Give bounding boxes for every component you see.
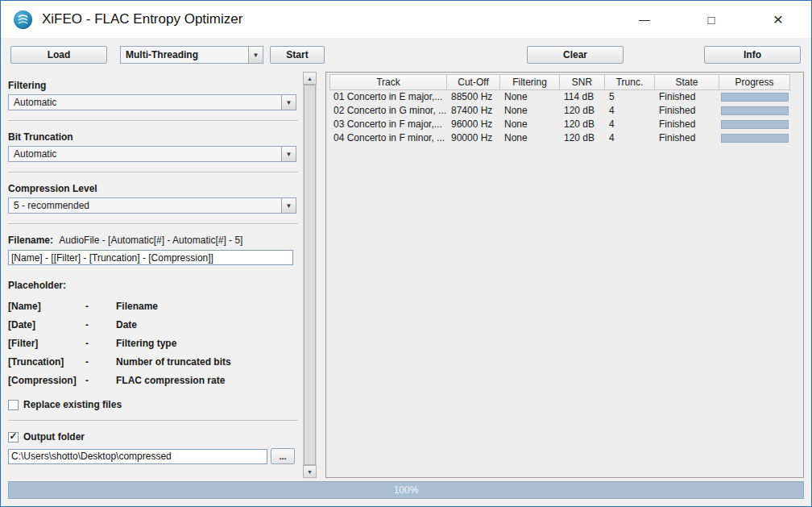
browse-button[interactable]: ... — [271, 448, 295, 464]
cell-progress — [719, 131, 790, 145]
placeholder-dash: - — [85, 301, 116, 312]
placeholder-desc: Filename — [116, 301, 298, 312]
replace-existing-checkbox[interactable]: ✓ — [8, 400, 19, 410]
clear-button[interactable]: Clear — [527, 46, 624, 64]
status-bar: 100% — [1, 478, 811, 506]
app-logo-icon — [13, 10, 33, 30]
track-progress-bar — [721, 134, 789, 143]
bit-truncation-select[interactable]: Automatic ▼ — [8, 146, 296, 162]
separator — [8, 223, 298, 225]
cell-filtering[interactable]: None — [500, 104, 560, 118]
cell-track[interactable]: 03 Concerto in F major,... — [329, 118, 447, 131]
separator — [8, 172, 298, 173]
output-path-input[interactable] — [8, 449, 267, 464]
track-progress-bar — [721, 120, 789, 129]
maximize-icon[interactable]: □ — [699, 7, 723, 31]
placeholder-key: [Name] — [8, 301, 85, 312]
cell-state[interactable]: Finished — [655, 104, 719, 118]
check-icon: ✓ — [9, 431, 17, 441]
placeholder-desc: FLAC compression rate — [116, 375, 298, 386]
placeholder-desc: Date — [116, 319, 298, 330]
placeholder-desc: Filtering type — [116, 338, 298, 349]
chevron-down-icon[interactable]: ▼ — [248, 47, 263, 63]
output-folder-label: Output folder — [23, 431, 85, 443]
placeholder-key: [Filter] — [8, 338, 85, 349]
compression-level-label: Compression Level — [8, 183, 298, 194]
cell-filtering[interactable]: None — [500, 90, 560, 104]
chevron-down-icon[interactable]: ▼ — [281, 147, 296, 161]
placeholder-key: [Truncation] — [8, 356, 85, 368]
window-title: XiFEO - FLAC Entropy Optimizer — [42, 11, 242, 27]
column-header-filtering[interactable]: Filtering — [500, 74, 560, 90]
column-header-state[interactable]: State — [655, 74, 719, 90]
cell-snr[interactable]: 120 dB — [560, 104, 605, 118]
scrollbar-thumb[interactable] — [304, 85, 316, 465]
track-table-panel: Track Cut-Off Filtering SNR Trunc. State… — [325, 72, 804, 478]
settings-panel: Filtering Automatic ▼ Bit Truncation Aut… — [8, 72, 316, 478]
bit-truncation-value: Automatic — [9, 147, 281, 161]
cell-cutoff[interactable]: 87400 Hz — [447, 104, 500, 118]
start-button[interactable]: Start — [270, 46, 325, 64]
scrollbar-track[interactable] — [303, 85, 317, 465]
column-header-progress[interactable]: Progress — [719, 74, 790, 90]
cell-snr[interactable]: 114 dB — [560, 90, 605, 104]
placeholder-dash: - — [85, 319, 116, 330]
cell-snr[interactable]: 120 dB — [560, 131, 605, 145]
compression-level-value: 5 - recommended — [9, 198, 281, 213]
placeholder-legend: [Name] - Filename [Date] - Date [Filter]… — [8, 301, 298, 386]
replace-existing-label: Replace existing files — [23, 399, 122, 410]
cell-state[interactable]: Finished — [655, 118, 719, 131]
settings-scrollbar[interactable]: ▲ ▼ — [303, 72, 317, 478]
chevron-down-icon[interactable]: ▼ — [281, 198, 296, 213]
threading-select[interactable]: Multi-Threading ▼ — [120, 46, 263, 64]
output-folder-checkbox[interactable]: ✓ — [8, 432, 19, 443]
filename-preview: AudioFile - [Automatic[#] - Automatic[#]… — [59, 235, 242, 246]
placeholder-dash: - — [85, 356, 116, 368]
scroll-down-icon[interactable]: ▼ — [303, 465, 317, 478]
column-header-trunc[interactable]: Trunc. — [605, 74, 655, 90]
column-header-cutoff[interactable]: Cut-Off — [447, 74, 500, 90]
cell-track[interactable]: 02 Concerto in G minor, ... — [329, 104, 447, 118]
cell-track[interactable]: 04 Concerto in F minor, ... — [329, 131, 447, 145]
track-table: Track Cut-Off Filtering SNR Trunc. State… — [329, 74, 800, 145]
cell-filtering[interactable]: None — [500, 118, 560, 131]
column-header-snr[interactable]: SNR — [560, 74, 605, 90]
cell-trunc[interactable]: 5 — [605, 90, 655, 104]
placeholder-dash: - — [85, 338, 116, 349]
close-icon[interactable]: × — [766, 7, 790, 31]
overall-progress-bar: 100% — [8, 481, 804, 499]
column-header-track[interactable]: Track — [329, 74, 447, 90]
cell-trunc[interactable]: 4 — [605, 104, 655, 118]
cell-cutoff[interactable]: 96000 Hz — [447, 118, 500, 131]
load-button[interactable]: Load — [10, 46, 107, 64]
placeholder-dash: - — [85, 375, 116, 386]
cell-state[interactable]: Finished — [655, 131, 719, 145]
info-button[interactable]: Info — [704, 46, 801, 64]
filename-pattern-input[interactable] — [8, 250, 293, 265]
separator — [8, 420, 298, 422]
output-path-row: ... — [8, 448, 298, 464]
filtering-select[interactable]: Automatic ▼ — [8, 94, 296, 110]
placeholder-key: [Date] — [8, 319, 85, 330]
cell-state[interactable]: Finished — [655, 90, 719, 104]
placeholder-title: Placeholder: — [8, 280, 298, 291]
cell-trunc[interactable]: 4 — [605, 131, 655, 145]
minimize-icon[interactable]: — — [632, 7, 657, 31]
compression-level-select[interactable]: 5 - recommended ▼ — [8, 197, 296, 214]
filename-label: Filename: — [8, 235, 53, 246]
cell-cutoff[interactable]: 88500 Hz — [447, 90, 500, 104]
window-controls: — □ × — [632, 7, 790, 31]
cell-cutoff[interactable]: 90000 Hz — [447, 131, 500, 145]
scroll-up-icon[interactable]: ▲ — [303, 72, 317, 85]
title-bar: XiFEO - FLAC Entropy Optimizer — □ × — [1, 1, 811, 38]
output-folder-row: ✓ Output folder — [8, 431, 298, 443]
filename-preview-line: Filename: AudioFile - [Automatic[#] - Au… — [8, 235, 298, 246]
placeholder-key: [Compression] — [8, 375, 85, 386]
cell-trunc[interactable]: 4 — [605, 118, 655, 131]
separator — [8, 120, 298, 122]
track-progress-bar — [721, 93, 789, 102]
cell-track[interactable]: 01 Concerto in E major,... — [329, 90, 447, 104]
chevron-down-icon[interactable]: ▼ — [281, 95, 296, 110]
cell-filtering[interactable]: None — [500, 131, 560, 145]
cell-snr[interactable]: 120 dB — [560, 118, 605, 131]
